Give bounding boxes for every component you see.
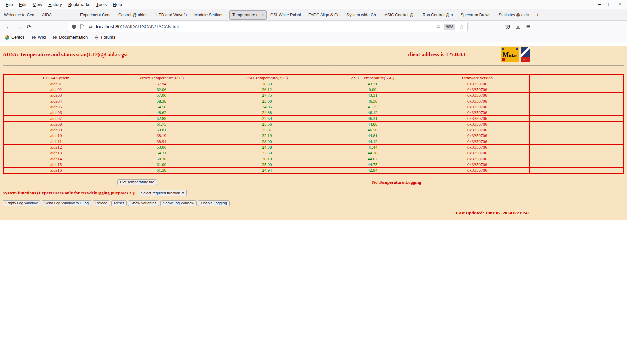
reader-mode-icon[interactable] [434, 24, 442, 29]
pocket-icon[interactable] [503, 22, 513, 32]
bookmark-documentation[interactable]: Documentation [49, 33, 91, 42]
tab-statistics-aida[interactable]: Statistics @ aida [496, 10, 533, 20]
tab-label: FADC Align & Co [308, 13, 340, 17]
table-row: aida1253.0624.3841.440x3350706 [3, 145, 624, 150]
tab-run-control-a[interactable]: Run Control @ a [419, 10, 457, 20]
firmware-version: 0x3350706 [425, 133, 530, 139]
reload-button[interactable]: ⟳ [24, 22, 34, 32]
spacer-cell [530, 110, 624, 116]
reset-button[interactable]: Reset [111, 200, 127, 206]
zoom-level-button[interactable]: 90% [444, 24, 455, 30]
firmware-version: 0x3350706 [425, 156, 530, 162]
virtex-temperature: 54.50 [109, 104, 214, 110]
psu-temperature: 26.69 [214, 81, 320, 87]
plot-row: Plot Temperature file No Temperature Log… [3, 179, 624, 185]
tab-module-settings[interactable]: Module Settings [191, 10, 229, 20]
site-info-page-icon[interactable] [78, 24, 86, 29]
globe-icon [53, 35, 57, 40]
https-switch-icon[interactable]: ⇄ [86, 24, 94, 29]
firmware-version: 0x3350706 [425, 87, 530, 93]
fee64-name: aida09 [3, 127, 109, 133]
fee64-name: aida06 [3, 110, 109, 116]
fee64-name: aida11 [3, 139, 109, 145]
maximize-button[interactable]: □ [605, 2, 615, 7]
minimize-button[interactable]: − [594, 2, 605, 7]
forward-button[interactable]: → [14, 22, 24, 32]
url-host: localhost:8015 [96, 24, 126, 29]
back-button[interactable]: ← [3, 22, 14, 32]
tab-welcome-to-cen[interactable]: Welcome to Cen [1, 10, 38, 20]
tracking-protection-shield-icon[interactable] [70, 24, 78, 29]
asic-temperature: 44.12 [320, 139, 425, 145]
empty-log-window-button[interactable]: Empty Log Window [3, 200, 40, 206]
tab-bar: Welcome to CenAIDAExperiment ContControl… [0, 9, 627, 21]
menu-edit[interactable]: Edit [16, 1, 30, 8]
tab-fadc-align-co[interactable]: FADC Align & Co [305, 10, 343, 20]
firmware-version: 0x3350706 [425, 150, 530, 156]
tabs: Welcome to CenAIDAExperiment ContControl… [1, 10, 533, 20]
firmware-version: 0x3350706 [425, 104, 530, 110]
fee64-name: aida01 [3, 81, 109, 87]
tab-led-and-wavefo[interactable]: LED and Wavefo [153, 10, 191, 20]
column-header: Firmware version [425, 75, 530, 81]
bookmark-centos[interactable]: Centos [1, 33, 28, 42]
chevron-down-icon [182, 192, 184, 194]
menu-history[interactable]: History [45, 1, 65, 8]
url-bar[interactable]: ⇄ localhost:8015/AIDA/TSCAN/TSCAN.tml 90… [68, 22, 467, 32]
fee64-name: aida15 [3, 162, 109, 168]
table-header-row: FEE64 SystemVirtex Temperature(65C)PSU T… [3, 75, 624, 81]
menu-help[interactable]: Help [110, 1, 125, 8]
app-menu-icon[interactable]: ≡ [523, 22, 533, 32]
bookmark-wiki[interactable]: Wiki [28, 33, 50, 42]
tab-temperature-a[interactable]: Temperature a× [229, 10, 267, 20]
asic-temperature: 44.88 [320, 122, 425, 127]
fee64-name: aida07 [3, 116, 109, 122]
window-controls: − □ × [594, 2, 625, 7]
spacer-cell [530, 87, 624, 93]
table-row: aida0357.0027.7543.310x3350706 [3, 93, 624, 98]
psu-temperature: 28.00 [214, 139, 320, 145]
fee64-name: aida03 [3, 93, 109, 98]
tab-close-icon[interactable]: × [261, 13, 264, 17]
last-updated: Last Updated: June 07, 2024 08:19:41 [3, 210, 530, 216]
table-row: aida0167.9426.6943.310x3350706 [3, 81, 624, 87]
asic-temperature: 46.50 [320, 127, 425, 133]
menu-file[interactable]: File [3, 1, 16, 8]
tab-label: Spectrum Brows [461, 13, 492, 17]
bookmark-forums[interactable]: Forums [91, 33, 119, 42]
tab-label: Control @ aidas [118, 13, 149, 17]
url-text[interactable]: localhost:8015/AIDA/TSCAN/TSCAN.tml [96, 24, 434, 29]
virtex-temperature: 61.00 [109, 162, 214, 168]
logos: Midas TCL [501, 47, 530, 62]
downloads-icon[interactable] [513, 22, 523, 32]
virtex-temperature: 62.06 [109, 87, 214, 93]
tab-label: Statistics @ aida [499, 13, 530, 17]
asic-temperature: 46.38 [320, 98, 425, 104]
psu-temperature: 25.56 [214, 122, 320, 127]
bookmark-star-icon[interactable]: ☆ [457, 24, 465, 30]
show-log-window-button[interactable]: Show Log Window [160, 200, 197, 206]
tab-aida[interactable]: AIDA [39, 10, 76, 20]
tab-control-aidas[interactable]: Control @ aidas [115, 10, 153, 20]
menu-bookmarks[interactable]: Bookmarks [65, 1, 93, 8]
tab-asic-control[interactable]: ASIC Control @ [381, 10, 419, 20]
show-variables-button[interactable]: Show Variables [128, 200, 159, 206]
plot-temperature-file-button[interactable]: Plot Temperature file [117, 179, 157, 185]
new-tab-button[interactable]: + [533, 11, 542, 19]
firmware-version: 0x3350706 [425, 162, 530, 168]
close-window-button[interactable]: × [615, 2, 625, 7]
tab-spectrum-brows[interactable]: Spectrum Brows [458, 10, 495, 20]
menu-tools[interactable]: Tools [93, 1, 110, 8]
reload-button[interactable]: Reload [93, 200, 110, 206]
function-select[interactable]: Select required function [139, 190, 187, 196]
menu-view[interactable]: View [30, 1, 45, 8]
tab-label: LED and Wavefo [156, 13, 187, 17]
spacer-cell [530, 150, 624, 156]
send-log-window-to-elog-button[interactable]: Send Log Window to ELog [42, 200, 91, 206]
tab-system-wide-ch[interactable]: System wide Ch [343, 10, 381, 20]
enable-logging-button[interactable]: Enable Logging [198, 200, 229, 206]
tab-experiment-cont[interactable]: Experiment Cont [77, 10, 114, 20]
tab-gsi-white-rabbi[interactable]: GSI White Rabbi [267, 10, 305, 20]
firmware-version: 0x3350706 [425, 81, 530, 87]
table-row: aida0861.7525.5644.880x3350706 [3, 122, 624, 127]
